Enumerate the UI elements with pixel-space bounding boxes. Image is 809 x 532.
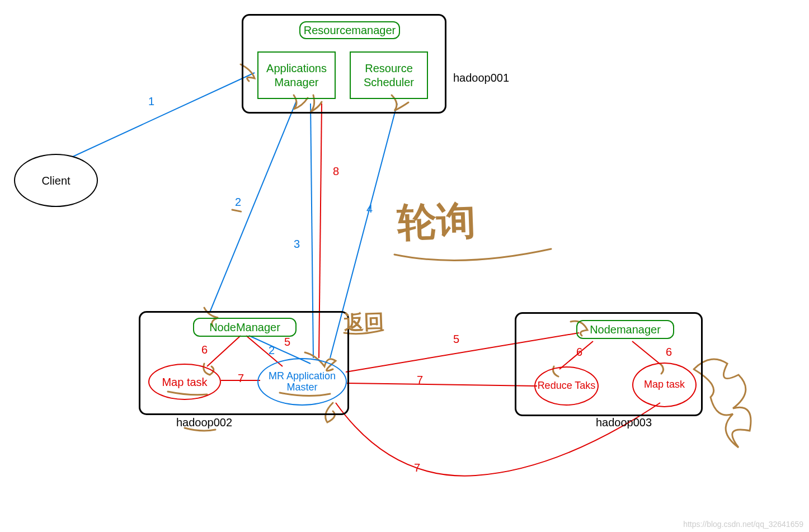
edge-4-label: 4 (366, 203, 373, 215)
reduce-task-label: Reduce Taks (538, 380, 596, 392)
mr-app-master-label: MR Application Master (258, 371, 346, 393)
resource-scheduler-label: Resource Scheduler (353, 62, 425, 90)
applications-manager-label: Applications Manager (261, 62, 332, 90)
edge-5-right-label: 5 (453, 333, 459, 346)
nodemanager-left-label: NodeManager (209, 321, 280, 335)
applications-manager-box: Applications Manager (257, 51, 336, 99)
client-label: Client (41, 175, 70, 187)
reduce-task-node: Reduce Taks (534, 366, 599, 406)
edge-2-label: 2 (235, 196, 241, 209)
edge-1-label: 1 (148, 95, 154, 108)
nodemanager-right-label: Nodemanager (590, 323, 661, 337)
edge-2b-label: 2 (269, 344, 275, 357)
edge-8-label: 8 (333, 165, 339, 178)
svg-line-1 (210, 101, 297, 312)
map-task-left-node: Map task (148, 364, 221, 400)
map-task-right-node: Map task (632, 362, 697, 407)
edge-7-mid-label: 7 (417, 374, 423, 387)
host-nm-left-label: hadoop002 (176, 416, 232, 429)
resource-scheduler-box: Resource Scheduler (350, 51, 428, 99)
map-task-right-label: Map task (644, 379, 685, 390)
resourcemanager-box: Resourcemanager (299, 21, 400, 39)
handwriting-right: 轮询 (396, 195, 476, 250)
edge-6-r2-label: 6 (666, 346, 672, 359)
host-rm-label: hadoop001 (453, 72, 509, 84)
nodemanager-left-box: NodeManager (193, 318, 297, 337)
edge-7-bottom-label: 7 (414, 462, 420, 474)
host-nm-right-label: hadoop003 (596, 416, 652, 429)
handwriting-mid: 返回 (344, 308, 385, 337)
svg-line-0 (73, 73, 255, 157)
edge-5-left-label: 5 (284, 336, 290, 349)
resourcemanager-label: Resourcemanager (304, 23, 396, 37)
edge-3-label: 3 (294, 238, 300, 251)
mr-app-master-node: MR Application Master (257, 358, 347, 406)
watermark-text: https://blog.csdn.net/qq_32641659 (683, 520, 803, 529)
client-node: Client (14, 154, 98, 207)
edge-6-r1-label: 6 (576, 346, 582, 359)
nodemanager-right-box: Nodemanager (576, 320, 674, 339)
edge-7-left-label: 7 (238, 372, 244, 385)
map-task-left-label: Map task (162, 376, 207, 388)
svg-line-10 (347, 383, 537, 386)
edge-6-left-label: 6 (201, 343, 208, 356)
